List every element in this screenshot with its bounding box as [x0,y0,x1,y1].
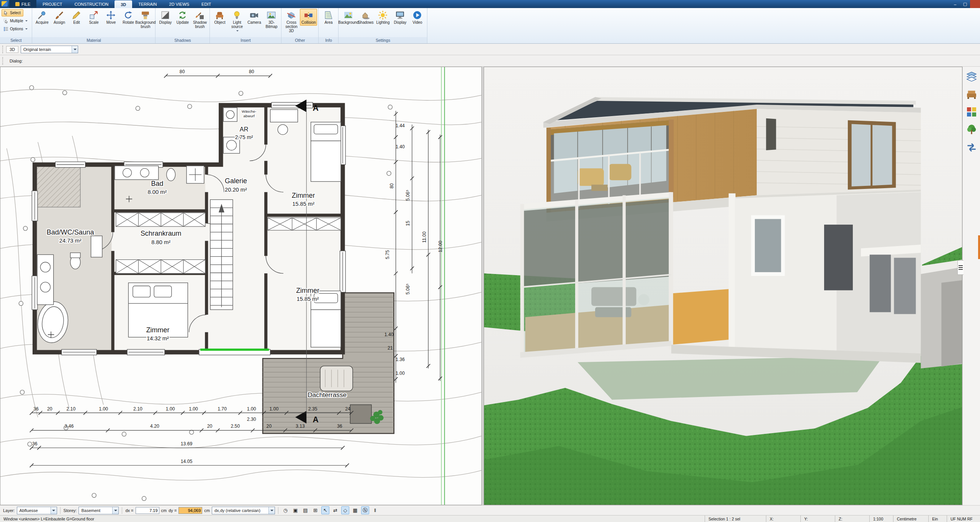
stairs [210,200,233,310]
history-tool-button[interactable]: ◷ [281,506,290,514]
vegetation-icon[interactable] [965,123,978,136]
cross-section-button[interactable]: Cross section 3D [283,9,300,34]
tab-edit[interactable]: EDIT [195,0,217,8]
area-button[interactable]: Area [320,9,337,26]
display-settings-button[interactable]: Display [391,9,409,26]
acquire-button[interactable]: Acquire [33,9,51,26]
panel-menu-icon[interactable] [957,260,964,275]
separator [278,507,278,514]
statusbar: Window <unknown> L=Einbauteile G=Ground … [0,515,980,522]
toolbar-grip[interactable] [2,46,4,53]
scale-button[interactable]: Scale [85,9,102,26]
grid-plus-tool-button[interactable]: ⊞ [311,506,319,514]
shadow-update-button[interactable]: Update [174,9,191,26]
light-source-button[interactable]: Light source [228,9,245,33]
shadow-brush-button[interactable]: Shadow brush [191,9,208,30]
ribbon-group-info: Area Info [319,8,339,43]
ribbon-empty-space [427,8,980,43]
north-tool-button[interactable]: Ⓝ [361,506,369,514]
layer-select[interactable]: Abfluesse [17,507,57,514]
dx-input[interactable] [136,507,159,514]
select-button[interactable]: Select [2,9,23,16]
chevron-down-icon[interactable] [72,46,78,53]
chevron-down-icon[interactable] [268,507,275,514]
chevron-down-icon[interactable] [51,507,57,514]
viewport-3d-canvas[interactable] [484,67,962,505]
minimize-button[interactable]: – [950,0,960,8]
storey-select[interactable]: Basement [79,507,119,514]
house-3d[interactable] [520,97,962,368]
rotate-button[interactable]: Rotate [119,9,137,26]
screen-tool-button[interactable]: ▣ [291,506,299,514]
svg-text:11.00: 11.00 [422,231,427,243]
wide-brush-icon [141,10,150,20]
tab-2d-views[interactable]: 2D VIEWS [163,0,196,8]
pencil-icon [72,10,81,20]
dy-input[interactable] [178,507,202,514]
brush-icon [54,10,64,20]
right-tool-strip [962,67,980,505]
edit-button[interactable]: Edit [68,9,85,26]
svg-text:1.70: 1.70 [218,406,227,412]
shadow-display-button[interactable]: Display [157,9,174,26]
storeys-icon[interactable] [965,71,978,83]
materials-icon[interactable] [965,106,978,118]
pause-tool-button[interactable]: ‖ [371,506,379,514]
svg-text:2.10: 2.10 [66,406,75,412]
options-label: Options [10,27,23,31]
svg-text:Bad/WC/Sauna: Bad/WC/Sauna [47,228,94,236]
chevron-down-icon[interactable] [112,507,118,514]
shadow-brush-icon [195,10,205,20]
pointer-snap-tool-button[interactable]: ↖ [321,506,329,514]
swap-views-icon[interactable] [965,141,978,153]
tab-3d[interactable]: 3D [115,0,132,8]
tab-construction[interactable]: CONSTRUCTION [69,0,115,8]
close-button[interactable] [970,0,980,8]
bitmap-button[interactable]: 3D-Bitmap [263,9,280,30]
options-button[interactable]: Options [2,25,30,33]
toolbar-grip[interactable] [2,57,4,65]
assign-button[interactable]: Assign [51,9,68,26]
tab-terrain[interactable]: TERRAIN [132,0,163,8]
svg-text:1.00: 1.00 [396,371,405,376]
maximize-button[interactable]: ▢ [960,0,970,8]
svg-text:1.40: 1.40 [384,332,394,337]
coord-mode-select[interactable]: dx,dy (relative cartesian) [212,507,275,514]
floorplan-pane[interactable]: A A Bad/WC/Sauna24.73 m² Bad8.00 m² Schr… [0,67,482,505]
move-button[interactable]: Move [102,9,119,26]
angle-snap-tool-button[interactable]: ◇ [341,506,349,514]
svg-text:24: 24 [345,406,350,412]
raster-tool-button[interactable]: ▦ [351,506,359,514]
shadows-settings-button[interactable]: Shadows [357,9,374,26]
video-button[interactable]: Video [409,9,426,26]
multiple-button[interactable]: Multiple [2,17,30,25]
svg-text:36: 36 [32,441,38,446]
armchair-icon [215,10,224,20]
camera-button[interactable]: Camera [245,9,263,26]
view-toolbar: 3D Original terrain [0,44,980,55]
collision-button[interactable]: Collision [300,9,317,26]
svg-text:20: 20 [47,406,52,412]
hatch-tool-button[interactable]: ▤ [301,506,309,514]
viewport-3d-pane[interactable] [484,67,962,505]
area-icon [324,10,333,20]
object-button[interactable]: Object [211,9,228,26]
tab-project[interactable]: PROJECT [36,0,68,8]
terrain-select[interactable]: Original terrain [21,46,78,53]
background-brush-button[interactable]: Background brush [137,9,154,30]
svg-text:Zimmer: Zimmer [146,326,170,334]
lighting-button[interactable]: Lighting [374,9,391,26]
furnishing-icon[interactable] [965,88,978,100]
svg-text:2.75 m²: 2.75 m² [235,134,253,140]
svg-text:1.00: 1.00 [99,406,108,412]
floorplan-canvas[interactable]: A A Bad/WC/Sauna24.73 m² Bad8.00 m² Schr… [0,67,481,505]
autohide-panel-marker[interactable] [978,235,980,259]
main-area: A A Bad/WC/Sauna24.73 m² Bad8.00 m² Schr… [0,67,980,505]
svg-text:2.35: 2.35 [308,406,317,412]
direction-tool-button[interactable]: ⇄ [331,506,339,514]
tab-file[interactable]: FILE [9,0,36,8]
background-button[interactable]: Background [340,9,357,26]
svg-text:5.06⁵: 5.06⁵ [405,190,411,201]
ribbon-group-insert: Object Light source Camera 3D-Bitmap Ins… [210,8,281,43]
svg-text:1.40: 1.40 [396,144,405,149]
